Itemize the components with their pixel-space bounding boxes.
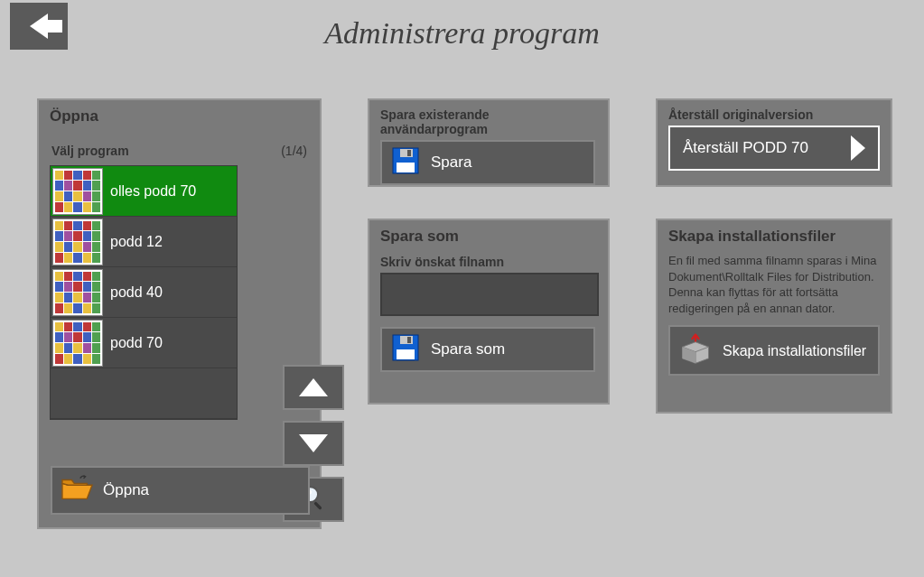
save-as-panel: Spara som Skriv önskat filnamn Spara som xyxy=(368,219,610,405)
restore-button[interactable]: Återställ PODD 70 xyxy=(668,126,880,171)
save-existing-panel: Spara existerande användarprogram Spara xyxy=(368,98,610,187)
restore-panel: Återställ originalversion Återställ PODD… xyxy=(656,98,892,187)
restore-title: Återställ originalversion xyxy=(668,107,880,122)
program-thumbnail xyxy=(52,320,103,367)
filename-label: Skriv önskat filnamn xyxy=(380,255,597,269)
choose-program-label: Välj program xyxy=(51,144,129,158)
floppy-disk-icon xyxy=(391,333,420,367)
triangle-right-icon xyxy=(851,135,865,161)
installer-title: Skapa installationsfiler xyxy=(668,228,880,246)
program-thumbnail xyxy=(52,168,103,215)
program-label: olles podd 70 xyxy=(110,183,196,200)
save-button-label: Spara xyxy=(431,154,471,172)
choose-program-header: Välj program (1/4) xyxy=(50,144,309,158)
program-thumbnail xyxy=(52,219,103,265)
save-as-title: Spara som xyxy=(380,228,597,246)
create-installer-button[interactable]: Skapa installationsfiler xyxy=(668,325,880,376)
open-button[interactable]: Öppna xyxy=(51,466,310,515)
svg-rect-8 xyxy=(397,349,415,359)
open-panel: Öppna Välj program (1/4) olles podd 70 p… xyxy=(37,98,322,529)
filename-input[interactable] xyxy=(380,273,599,316)
program-list: olles podd 70 podd 12 podd 40 podd 70 xyxy=(50,165,238,420)
program-label: podd 70 xyxy=(110,335,163,351)
svg-rect-2 xyxy=(313,501,322,510)
create-installer-button-label: Skapa installationsfiler xyxy=(723,342,866,359)
scroll-up-button[interactable] xyxy=(283,365,344,410)
triangle-up-icon xyxy=(299,378,328,396)
program-thumbnail xyxy=(52,269,103,316)
save-existing-title: Spara existerande användarprogram xyxy=(380,107,597,136)
triangle-down-icon xyxy=(299,434,328,452)
program-label: podd 40 xyxy=(110,284,163,301)
program-list-item-empty xyxy=(51,368,237,419)
package-box-icon xyxy=(677,331,714,369)
page-indicator: (1/4) xyxy=(281,144,307,158)
save-button[interactable]: Spara xyxy=(380,140,595,185)
restore-button-label: Återställ PODD 70 xyxy=(683,139,808,157)
program-list-item[interactable]: olles podd 70 xyxy=(51,166,237,217)
svg-rect-6 xyxy=(407,150,411,156)
program-label: podd 12 xyxy=(110,234,163,250)
svg-rect-10 xyxy=(407,337,411,343)
folder-open-icon xyxy=(60,473,94,508)
save-as-button[interactable]: Spara som xyxy=(380,327,595,372)
save-as-button-label: Spara som xyxy=(431,340,505,358)
floppy-disk-icon xyxy=(391,146,420,180)
scroll-down-button[interactable] xyxy=(283,421,344,466)
page-title: Administrera program xyxy=(0,16,924,51)
installer-panel: Skapa installationsfiler En fil med samm… xyxy=(656,219,892,414)
installer-description: En fil med samma filnamn sparas i Mina D… xyxy=(668,253,880,316)
svg-rect-4 xyxy=(397,163,415,172)
open-button-label: Öppna xyxy=(103,481,149,499)
open-panel-title: Öppna xyxy=(50,107,309,126)
program-list-item[interactable]: podd 12 xyxy=(51,217,237,267)
program-list-item[interactable]: podd 40 xyxy=(51,267,237,318)
program-list-item[interactable]: podd 70 xyxy=(51,318,237,368)
